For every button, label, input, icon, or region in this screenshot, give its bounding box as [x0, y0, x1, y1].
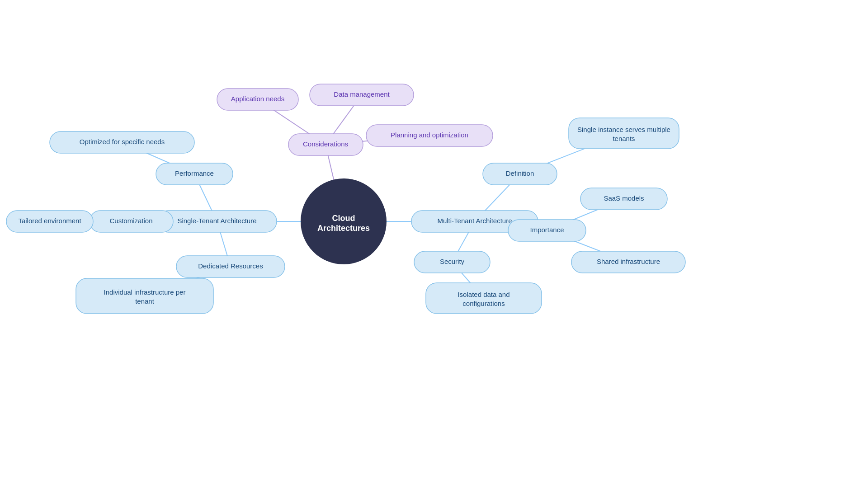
isolated-data-node [426, 283, 542, 314]
customization-label: Customization [109, 217, 152, 225]
application-needs-label: Application needs [231, 95, 284, 103]
planning-label: Planning and optimization [391, 131, 468, 139]
isolated-data-label2: configurations [462, 300, 505, 307]
performance-label: Performance [175, 169, 214, 177]
optimized-label: Optimized for specific needs [80, 138, 165, 145]
dedicated-resources-label: Dedicated Resources [198, 262, 263, 270]
security-label: Security [440, 258, 465, 265]
individual-infra-label2: tenant [135, 297, 155, 305]
individual-infra-node [76, 278, 213, 314]
individual-infra-label: Individual infrastructure per [104, 288, 186, 296]
importance-label: Importance [530, 226, 564, 234]
single-instance-node [569, 118, 679, 149]
single-instance-label2: tenants [613, 135, 635, 142]
single-tenant-label: Single-Tenant Architecture [177, 217, 256, 225]
saas-models-label: SaaS models [604, 194, 644, 202]
center-label: Cloud [332, 214, 355, 223]
shared-infra-label: Shared infrastructure [597, 258, 660, 265]
definition-label: Definition [506, 169, 534, 177]
isolated-data-label: Isolated data and [458, 291, 509, 298]
single-instance-label: Single instance serves multiple [577, 126, 670, 133]
mindmap-diagram: Cloud Architectures Considerations Appli… [0, 0, 868, 488]
tailored-label: Tailored environment [18, 217, 81, 225]
considerations-label: Considerations [303, 140, 348, 148]
multi-tenant-label: Multi-Tenant Architecture [437, 217, 512, 225]
data-management-label: Data management [334, 90, 390, 98]
center-label-2: Architectures [317, 224, 370, 233]
